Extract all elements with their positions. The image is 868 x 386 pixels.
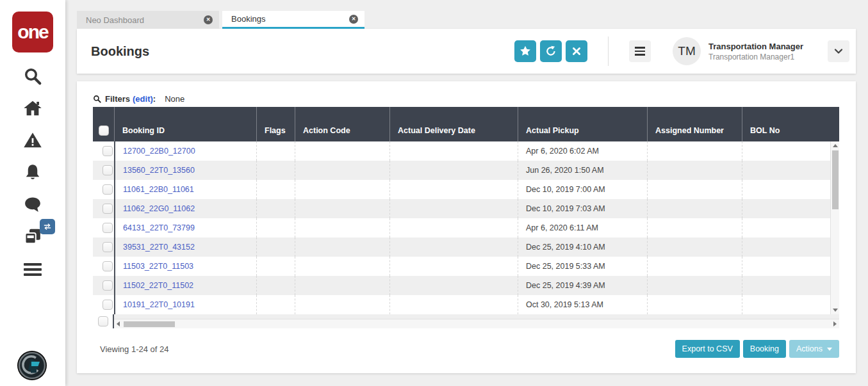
horizontal-scrollbar[interactable] — [114, 319, 839, 328]
cell-actual-delivery-date — [389, 218, 518, 237]
search-icon — [23, 67, 42, 88]
swap-badge-icon[interactable] — [40, 219, 55, 234]
table-body: 12700_22B0_12700 Apr 6, 2020 6:02 AM 135… — [93, 141, 839, 314]
column-header[interactable]: Assigned Number — [647, 107, 742, 141]
export-to-csv-button[interactable]: Export to CSV — [675, 340, 740, 358]
assistant-avatar[interactable] — [17, 350, 47, 381]
table-row: 11503_22T0_11503 Dec 25, 2019 5:33 AM — [93, 257, 839, 276]
sidebar: one — [0, 0, 65, 386]
sidebar-item-notifications[interactable] — [22, 163, 44, 184]
vertical-scrollbar[interactable] — [830, 141, 839, 314]
cell-booking-id: 11062_22G0_11062 — [114, 199, 256, 218]
filters-edit-link[interactable]: (edit) — [133, 94, 153, 104]
booking-id-link[interactable]: 10191_22T0_10191 — [123, 300, 195, 309]
column-header[interactable]: Actual Delivery Date — [389, 107, 518, 141]
select-all-checkbox[interactable] — [99, 125, 109, 136]
booking-id-link[interactable]: 11503_22T0_11503 — [123, 262, 193, 271]
tab-neo-dashboard[interactable]: Neo Dashboard ✕ — [77, 11, 219, 29]
booking-id-link[interactable]: 11502_22T0_11502 — [123, 281, 193, 290]
sidebar-item-search[interactable] — [22, 67, 44, 88]
cell-flags — [256, 276, 295, 295]
scroll-left-icon[interactable] — [117, 321, 120, 326]
column-header[interactable]: Actual Pickup — [518, 107, 647, 141]
row-checkbox[interactable] — [102, 146, 113, 156]
cell-booking-id: 12700_22B0_12700 — [114, 141, 256, 161]
cell-assigned-number — [647, 276, 742, 295]
cell-booking-id: 64131_22T0_73799 — [114, 218, 256, 237]
booking-id-link[interactable]: 11061_22B0_11061 — [123, 185, 194, 194]
home-icon — [23, 99, 42, 120]
row-checkbox[interactable] — [102, 280, 113, 291]
column-label: Flags — [265, 126, 286, 135]
app-menu-button[interactable] — [629, 40, 651, 62]
booking-button[interactable]: Booking — [743, 340, 786, 358]
booking-id-link[interactable]: 12700_22B0_12700 — [123, 147, 195, 156]
row-checkbox[interactable] — [102, 165, 113, 175]
chat-bubble-icon — [23, 195, 42, 216]
tab-bookings[interactable]: Bookings ✕ — [222, 11, 364, 29]
column-header[interactable]: Action Code — [295, 107, 389, 141]
cell-actual-pickup: Dec 25, 2019 4:39 AM — [518, 276, 647, 295]
table-row: 64131_22T0_73799 Apr 6, 2020 6:11 AM — [93, 218, 839, 237]
column-header[interactable]: Flags — [256, 107, 295, 141]
column-header[interactable]: Booking ID — [114, 107, 256, 141]
cell-assigned-number — [647, 237, 742, 257]
sidebar-item-alerts[interactable] — [22, 131, 44, 152]
booking-id-link[interactable]: 11062_22G0_11062 — [123, 204, 195, 213]
scroll-down-icon[interactable] — [833, 309, 838, 312]
actions-button[interactable]: Actions — [789, 340, 839, 358]
cell-booking-id: 11502_22T0_11502 — [114, 276, 256, 295]
tab-label: Bookings — [231, 14, 265, 24]
one-logo[interactable]: one — [12, 12, 53, 52]
column-label: Actual Pickup — [526, 126, 579, 135]
user-menu-button[interactable] — [828, 40, 849, 62]
warning-icon — [23, 131, 42, 152]
row-checkbox[interactable] — [102, 204, 113, 214]
cell-actual-pickup: Apr 6, 2020 6:11 AM — [518, 218, 647, 237]
row-checkbox-cell — [93, 276, 114, 295]
filter-search-icon — [93, 95, 101, 103]
row-checkbox[interactable] — [98, 316, 108, 326]
table-bottom-strip — [93, 314, 839, 328]
booking-id-link[interactable]: 13560_22T0_13560 — [123, 166, 195, 175]
row-checkbox[interactable] — [102, 300, 113, 310]
cell-actual-delivery-date — [389, 141, 518, 161]
sidebar-item-workspaces[interactable] — [22, 227, 44, 248]
close-view-button[interactable] — [566, 40, 587, 62]
row-checkbox-cell — [93, 199, 114, 218]
row-checkbox[interactable] — [102, 261, 113, 271]
refresh-button[interactable] — [540, 40, 562, 62]
user-role: Transportation Manager1 — [708, 52, 823, 61]
cell-actual-pickup: Dec 25, 2019 4:10 AM — [518, 237, 647, 257]
sidebar-item-home[interactable] — [22, 99, 44, 120]
scroll-up-icon[interactable] — [833, 144, 838, 147]
horizontal-scroll-thumb[interactable] — [124, 321, 175, 327]
filters-label: Filters — [105, 94, 130, 104]
scroll-right-icon[interactable] — [833, 321, 837, 326]
cell-flags — [256, 199, 295, 218]
content-area: Neo Dashboard ✕ Bookings ✕ Bookings — [65, 0, 868, 386]
favorite-button[interactable] — [514, 40, 536, 62]
grid-footer: Viewing 1-24 of 24 Export to CSV Booking… — [93, 340, 839, 358]
tab-close-icon[interactable]: ✕ — [204, 15, 213, 24]
booking-id-link[interactable]: 39531_22T0_43152 — [123, 243, 195, 252]
column-header[interactable]: BOL No — [742, 107, 839, 141]
user-avatar[interactable]: TM — [673, 37, 701, 65]
header-actions: TM Transportation Manager Transportation… — [514, 36, 849, 66]
cell-actual-pickup: Dec 10, 2019 7:00 AM — [518, 180, 647, 199]
cell-action-code — [295, 257, 389, 276]
vertical-scroll-thumb[interactable] — [832, 150, 839, 209]
sidebar-item-menu[interactable] — [22, 259, 44, 280]
refresh-icon — [545, 45, 557, 58]
booking-id-link[interactable]: 64131_22T0_73799 — [123, 223, 195, 232]
cell-assigned-number — [647, 161, 742, 180]
cell-flags — [256, 295, 295, 314]
row-checkbox[interactable] — [102, 184, 113, 195]
cell-assigned-number — [647, 257, 742, 276]
row-checkbox[interactable] — [102, 223, 113, 233]
cell-actual-pickup: Oct 30, 2019 5:13 AM — [518, 295, 647, 314]
bookings-panel: Filters (edit) : None Booking IDFlagsAct… — [77, 81, 856, 373]
tab-close-icon[interactable]: ✕ — [349, 15, 358, 24]
sidebar-item-messages[interactable] — [22, 195, 44, 216]
row-checkbox[interactable] — [102, 242, 113, 252]
